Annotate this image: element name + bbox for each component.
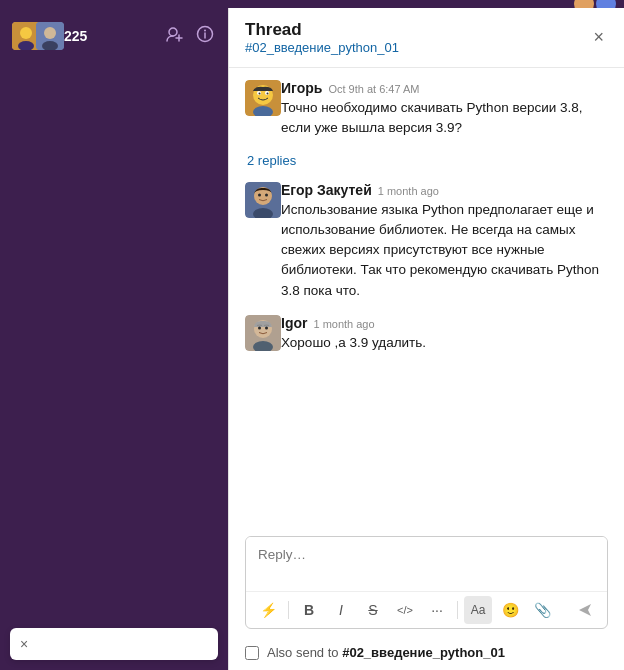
avatar-2 (36, 22, 64, 50)
font-size-icon: Aa (471, 603, 486, 617)
info-button[interactable] (194, 23, 216, 49)
code-icon: </> (397, 604, 413, 616)
svg-point-21 (258, 193, 261, 196)
egor-name: Егор Закутей (281, 182, 372, 198)
egor-avatar (245, 182, 281, 218)
thread-title: Thread (245, 20, 589, 40)
svg-point-6 (169, 28, 177, 36)
main-area: 225 (0, 8, 624, 670)
thread-header: Thread #02_введение_python_01 × (229, 8, 624, 68)
toolbar-divider-1 (288, 601, 289, 619)
emoji-button[interactable]: 🙂 (496, 596, 524, 624)
reply-input[interactable] (246, 537, 607, 587)
igor2-msg-body: Igor 1 month ago Хорошо ,а 3.9 удалить. (281, 315, 608, 353)
egor-time: 1 month ago (378, 185, 439, 197)
channel-icons (164, 23, 216, 49)
close-thread-button[interactable]: × (589, 23, 608, 52)
channel-header: 225 (12, 16, 216, 56)
font-size-button[interactable]: Aa (464, 596, 492, 624)
svg-point-11 (204, 30, 206, 32)
thread-channel[interactable]: #02_введение_python_01 (245, 40, 589, 55)
member-count: 225 (64, 28, 87, 44)
left-panel: 225 (0, 8, 228, 670)
igor-time: Oct 9th at 6:47 AM (328, 83, 419, 95)
reply-toolbar: ⚡ B I S </> ··· (246, 591, 607, 628)
egor-message-item: Егор Закутей 1 month ago Использование я… (245, 182, 608, 301)
igor-msg-body: Игорь Oct 9th at 6:47 AM Точно необходим… (281, 80, 608, 139)
thread-title-group: Thread #02_введение_python_01 (245, 20, 589, 55)
attach-button[interactable]: 📎 (528, 596, 556, 624)
strike-icon: S (368, 602, 377, 618)
attach-icon: 📎 (534, 602, 551, 618)
emoji-icon: 🙂 (502, 602, 519, 618)
igor2-message-item: Igor 1 month ago Хорошо ,а 3.9 удалить. (245, 315, 608, 353)
igor-avatar (245, 80, 281, 116)
igor2-name: Igor (281, 315, 307, 331)
toolbar-divider-2 (457, 601, 458, 619)
notification-close-button[interactable]: × (20, 636, 28, 652)
add-member-button[interactable] (164, 23, 186, 49)
replies-count[interactable]: 2 replies (245, 153, 608, 168)
igor-name: Игорь (281, 80, 322, 96)
svg-point-4 (44, 27, 56, 39)
svg-point-17 (267, 93, 269, 95)
also-send-checkbox[interactable] (245, 646, 259, 660)
svg-point-1 (20, 27, 32, 39)
code-button[interactable]: </> (391, 596, 419, 624)
thread-content: Игорь Oct 9th at 6:47 AM Точно необходим… (229, 68, 624, 536)
strike-button[interactable]: S (359, 596, 387, 624)
egor-msg-body: Егор Закутей 1 month ago Использование я… (281, 182, 608, 301)
igor2-time: 1 month ago (313, 318, 374, 330)
svg-point-27 (265, 326, 268, 329)
reply-area: ⚡ B I S </> ··· (245, 536, 608, 629)
more-button[interactable]: ··· (423, 596, 451, 624)
bold-button[interactable]: B (295, 596, 323, 624)
italic-button[interactable]: I (327, 596, 355, 624)
right-panel: Thread #02_введение_python_01 × (228, 8, 624, 670)
also-send-text: Also send to #02_введение_python_01 (267, 645, 505, 660)
also-send-label: Also send to (267, 645, 339, 660)
lightning-button[interactable]: ⚡ (254, 596, 282, 624)
more-icon: ··· (431, 602, 443, 618)
igor-msg-meta: Игорь Oct 9th at 6:47 AM (281, 80, 608, 96)
also-send-row: Also send to #02_введение_python_01 (229, 639, 624, 670)
egor-msg-text: Использование языка Python предполагает … (281, 200, 608, 301)
egor-msg-meta: Егор Закутей 1 month ago (281, 182, 608, 198)
lightning-icon: ⚡ (260, 602, 277, 618)
svg-point-16 (259, 93, 261, 95)
igor-msg-text: Точно необходимо скачивать Python версии… (281, 98, 608, 139)
bold-icon: B (304, 602, 314, 618)
message-item: Игорь Oct 9th at 6:47 AM Точно необходим… (245, 80, 608, 139)
italic-icon: I (339, 602, 343, 618)
avatar-stack (12, 22, 64, 50)
top-bar (0, 0, 624, 8)
send-button[interactable] (571, 596, 599, 624)
also-send-channel: #02_введение_python_01 (342, 645, 505, 660)
svg-point-26 (258, 326, 261, 329)
bottom-notification: × (10, 628, 218, 660)
igor2-avatar (245, 315, 281, 351)
svg-point-22 (265, 193, 268, 196)
igor2-msg-meta: Igor 1 month ago (281, 315, 608, 331)
igor2-msg-text: Хорошо ,а 3.9 удалить. (281, 333, 608, 353)
